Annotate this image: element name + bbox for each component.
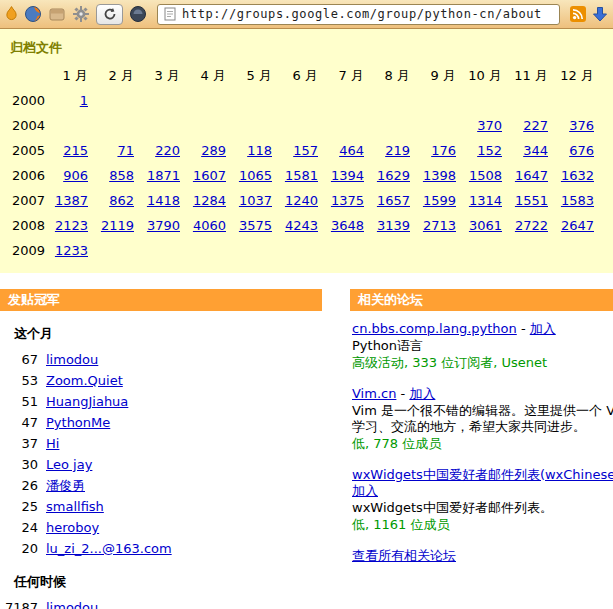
archive-count-link[interactable]: 3139 — [377, 218, 410, 233]
champion-name-link[interactable]: smallfish — [46, 496, 104, 517]
champion-name-link[interactable]: HuangJiahua — [46, 391, 128, 412]
archive-count-link[interactable]: 1418 — [147, 193, 180, 208]
archive-count-link[interactable]: 1233 — [55, 243, 88, 258]
archive-count-link[interactable]: 370 — [477, 118, 502, 133]
archive-count-link[interactable]: 344 — [523, 143, 548, 158]
champion-name-link[interactable]: Zoom.Quiet — [46, 370, 123, 391]
champion-name-link[interactable]: limodou — [46, 597, 98, 609]
dark-globe-icon[interactable] — [129, 5, 147, 23]
forum-name-link[interactable]: cn.bbs.comp.lang.python — [352, 321, 517, 336]
archive-count-link[interactable]: 71 — [117, 143, 134, 158]
archive-count-link[interactable]: 4060 — [193, 218, 226, 233]
champion-name-link[interactable]: heroboy — [46, 517, 99, 538]
forum-name-link[interactable]: Vim.cn — [352, 386, 396, 401]
archive-count-link[interactable]: 176 — [431, 143, 456, 158]
rss-feed-icon[interactable] — [570, 6, 586, 22]
month-header: 9 月 — [416, 63, 462, 88]
archive-count-link[interactable]: 376 — [569, 118, 594, 133]
forum-join-link[interactable]: 加入 — [530, 321, 556, 336]
archive-count-link[interactable]: 2123 — [55, 218, 88, 233]
archive-count-link[interactable]: 1284 — [193, 193, 226, 208]
archive-count-link[interactable]: 118 — [247, 143, 272, 158]
url-text[interactable]: http://groups.google.com/group/python-cn… — [182, 7, 542, 21]
champion-name-link[interactable]: Hi — [46, 433, 59, 454]
this-month-list: 67limodou53Zoom.Quiet51HuangJiahua47Pyth… — [0, 349, 322, 559]
champion-name-link[interactable]: limodou — [46, 349, 98, 370]
champion-name-link[interactable]: 潘俊勇 — [46, 475, 85, 496]
archive-count-link[interactable]: 1240 — [285, 193, 318, 208]
firefox-icon[interactable] — [24, 5, 42, 23]
archive-count-link[interactable]: 3648 — [331, 218, 364, 233]
archive-cell — [416, 88, 462, 113]
archive-count-link[interactable]: 1037 — [239, 193, 272, 208]
forum-member-meta: 低, 1161 位成员 — [352, 517, 613, 533]
archive-cell: 2123 — [48, 213, 94, 238]
subscribe-arrow-icon[interactable] — [592, 6, 608, 22]
archive-count-link[interactable]: 464 — [339, 143, 364, 158]
archive-count-link[interactable]: 1394 — [331, 168, 364, 183]
archive-count-link[interactable]: 1065 — [239, 168, 272, 183]
archive-count-link[interactable]: 2119 — [101, 218, 134, 233]
archive-count-link[interactable]: 2722 — [515, 218, 548, 233]
view-all-forums-link[interactable]: 查看所有相关论坛 — [352, 548, 456, 563]
champion-name-link[interactable]: lu_zi_2...@163.com — [46, 538, 172, 559]
archive-count-link[interactable]: 2647 — [561, 218, 594, 233]
archive-count-link[interactable]: 220 — [155, 143, 180, 158]
archive-count-link[interactable]: 4243 — [285, 218, 318, 233]
archive-count-link[interactable]: 1583 — [561, 193, 594, 208]
archive-count-link[interactable]: 1314 — [469, 193, 502, 208]
forum-join-link[interactable]: 加入 — [409, 386, 435, 401]
archive-count-link[interactable]: 289 — [201, 143, 226, 158]
archive-count-link[interactable]: 1581 — [285, 168, 318, 183]
month-header: 11 月 — [508, 63, 554, 88]
archive-cell: 344 — [508, 138, 554, 163]
archive-count-link[interactable]: 1375 — [331, 193, 364, 208]
archive-cell: 1240 — [278, 188, 324, 213]
reload-button[interactable] — [96, 4, 123, 25]
url-bar[interactable]: http://groups.google.com/group/python-cn… — [157, 4, 560, 25]
archive-count-link[interactable]: 152 — [477, 143, 502, 158]
archive-cell — [416, 238, 462, 263]
archive-count-link[interactable]: 1599 — [423, 193, 456, 208]
archive-count-link[interactable]: 1508 — [469, 168, 502, 183]
archive-count-link[interactable]: 2713 — [423, 218, 456, 233]
archive-count-link[interactable]: 215 — [63, 143, 88, 158]
archive-count-link[interactable]: 862 — [109, 193, 134, 208]
archive-count-link[interactable]: 676 — [569, 143, 594, 158]
archive-count-link[interactable]: 1629 — [377, 168, 410, 183]
archive-count-link[interactable]: 1647 — [515, 168, 548, 183]
champion-name-link[interactable]: Leo jay — [46, 454, 92, 475]
archive-count-link[interactable]: 1632 — [561, 168, 594, 183]
gear-icon[interactable] — [72, 5, 90, 23]
archive-cell: 71 — [94, 138, 140, 163]
champion-row: 24heroboy — [0, 517, 322, 538]
archive-cell: 3139 — [370, 213, 416, 238]
archive-count-link[interactable]: 3790 — [147, 218, 180, 233]
archive-count-link[interactable]: 1 — [80, 93, 88, 108]
month-header: 12 月 — [554, 63, 600, 88]
archive-count-link[interactable]: 227 — [523, 118, 548, 133]
archive-count-link[interactable]: 1387 — [55, 193, 88, 208]
archive-count-link[interactable]: 858 — [109, 168, 134, 183]
archive-cell — [370, 238, 416, 263]
archive-count-link[interactable]: 219 — [385, 143, 410, 158]
archive-count-link[interactable]: 3575 — [239, 218, 272, 233]
champion-row: 25smallfish — [0, 496, 322, 517]
archive-count-link[interactable]: 157 — [293, 143, 318, 158]
archive-count-link[interactable]: 3061 — [469, 218, 502, 233]
archive-cell — [232, 113, 278, 138]
archive-cell — [416, 113, 462, 138]
forum-name-link[interactable]: wxWidgets中国爱好者邮件列表(wxChinese) — [352, 467, 613, 482]
archive-cell — [232, 88, 278, 113]
launcher-flame-icon[interactable] — [5, 5, 18, 23]
archive-count-link[interactable]: 1551 — [515, 193, 548, 208]
archive-count-link[interactable]: 906 — [63, 168, 88, 183]
archive-count-link[interactable]: 1607 — [193, 168, 226, 183]
archive-count-link[interactable]: 1871 — [147, 168, 180, 183]
downloads-box-icon[interactable] — [48, 5, 66, 23]
archive-count-link[interactable]: 1398 — [423, 168, 456, 183]
champion-name-link[interactable]: PythonMe — [46, 412, 110, 433]
forum-join-link[interactable]: 加入 — [352, 483, 378, 498]
year-label: 2008 — [10, 213, 48, 238]
archive-count-link[interactable]: 1657 — [377, 193, 410, 208]
